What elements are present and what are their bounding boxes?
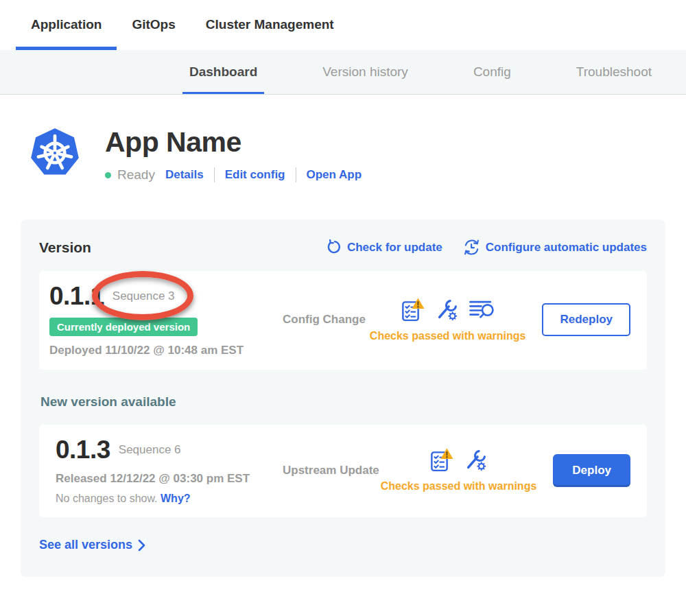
no-changes-text: No changes to show. bbox=[56, 493, 158, 504]
app-subnav: Dashboard Version history Config Trouble… bbox=[0, 50, 686, 95]
configure-automatic-updates-button[interactable]: Configure automatic updates bbox=[463, 239, 647, 256]
version-section-title: Version bbox=[39, 239, 91, 256]
check-for-update-button[interactable]: Check for update bbox=[326, 239, 442, 255]
released-timestamp: Released 12/12/22 @ 03:30 pm EST bbox=[56, 472, 276, 486]
status-label: Ready bbox=[117, 167, 155, 182]
current-source-label: Config Change bbox=[283, 313, 363, 327]
nav-tab-application[interactable]: Application bbox=[16, 0, 117, 50]
open-app-link[interactable]: Open App bbox=[307, 168, 362, 182]
tab-config[interactable]: Config bbox=[466, 50, 518, 95]
deployed-timestamp: Deployed 11/10/22 @ 10:48 am EST bbox=[49, 344, 276, 357]
new-version-heading: New version available bbox=[40, 394, 647, 410]
primary-nav: Application GitOps Cluster Management bbox=[0, 0, 686, 50]
why-link[interactable]: Why? bbox=[161, 493, 191, 504]
details-link[interactable]: Details bbox=[165, 168, 204, 182]
deploy-button[interactable]: Deploy bbox=[553, 454, 630, 487]
ready-status-dot bbox=[105, 172, 111, 178]
app-header: App Name Ready Details Edit config Open … bbox=[25, 122, 686, 184]
preflight-checklist-warning-icon[interactable] bbox=[430, 448, 453, 472]
refresh-ccw-icon bbox=[326, 239, 342, 255]
config-wrench-icon[interactable] bbox=[464, 449, 487, 471]
new-version-card: 0.1.3 Sequence 6 Released 12/12/22 @ 03:… bbox=[39, 425, 647, 517]
tab-troubleshoot[interactable]: Troubleshoot bbox=[569, 50, 659, 95]
currently-deployed-badge: Currently deployed version bbox=[49, 318, 198, 336]
new-source-label: Upstream Update bbox=[283, 464, 374, 477]
edit-config-link[interactable]: Edit config bbox=[225, 168, 285, 182]
current-version-number: 0.1.1 bbox=[49, 282, 104, 311]
chevron-right-icon bbox=[138, 539, 145, 552]
current-version-card: 0.1.1 Sequence 3 Currently deployed vers… bbox=[39, 271, 647, 370]
divider bbox=[296, 167, 296, 182]
divider bbox=[214, 167, 215, 182]
preflight-checklist-warning-icon[interactable] bbox=[401, 298, 425, 322]
page-title: App Name bbox=[105, 126, 362, 158]
view-files-icon[interactable] bbox=[469, 300, 495, 320]
tab-dashboard[interactable]: Dashboard bbox=[182, 50, 264, 95]
config-wrench-icon[interactable] bbox=[436, 298, 458, 321]
checks-warning-text: Checks passed with warnings bbox=[381, 480, 537, 493]
tab-version-history[interactable]: Version history bbox=[316, 50, 415, 95]
new-sequence-label: Sequence 6 bbox=[119, 443, 181, 457]
nav-tab-cluster-management[interactable]: Cluster Management bbox=[191, 0, 349, 50]
current-sequence-label: Sequence 3 bbox=[113, 289, 175, 303]
see-all-versions-link[interactable]: See all versions bbox=[39, 538, 145, 552]
auto-update-clock-icon bbox=[463, 239, 480, 256]
kubernetes-logo-icon bbox=[25, 122, 84, 184]
redeploy-button[interactable]: Redeploy bbox=[542, 303, 630, 336]
version-section: Version Check for update Configure autom… bbox=[21, 220, 665, 577]
nav-tab-gitops[interactable]: GitOps bbox=[117, 0, 190, 50]
new-version-number: 0.1.3 bbox=[56, 436, 110, 464]
checks-warning-text: Checks passed with warnings bbox=[370, 330, 526, 342]
